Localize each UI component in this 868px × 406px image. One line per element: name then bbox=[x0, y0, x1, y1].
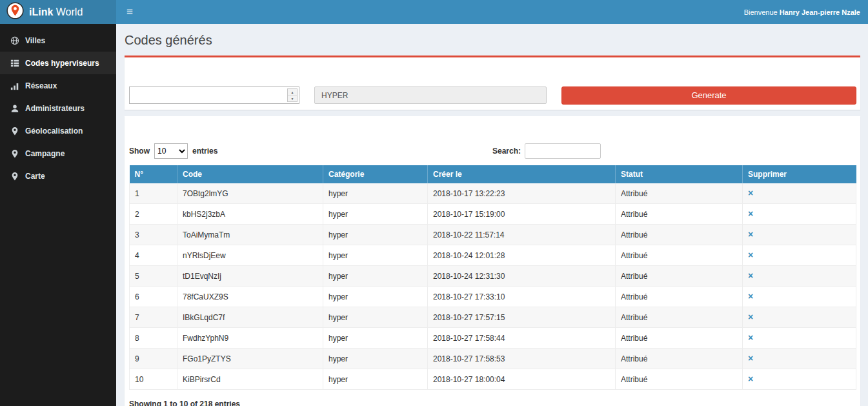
sidebar-item-geolocalisation[interactable]: Géolocalisation bbox=[0, 119, 116, 142]
cell-status: Attribué bbox=[616, 369, 743, 390]
user-icon bbox=[10, 103, 19, 113]
map-marker-icon bbox=[10, 126, 19, 136]
cell-num: 10 bbox=[130, 369, 177, 390]
cell-code: tD1EvqNzIj bbox=[177, 266, 323, 287]
sidebar-item-codes-hyperviseurs[interactable]: Codes hyperviseurs bbox=[0, 52, 116, 74]
spinner-up-button[interactable]: ▲ bbox=[288, 89, 297, 96]
table-row: 8 FwdhzYphN9 hyper 2018-10-27 17:58:44 A… bbox=[130, 328, 856, 349]
cell-category: hyper bbox=[323, 266, 428, 287]
table-row: 7 IBkGLqdC7f hyper 2018-10-27 17:57:15 A… bbox=[130, 307, 856, 328]
column-header-supprimer: Supprimer bbox=[743, 165, 856, 183]
app-window: iLink World ≡ BienvenueHanry Jean-pierre… bbox=[0, 0, 868, 406]
delete-icon[interactable]: × bbox=[748, 312, 753, 322]
cell-delete: × bbox=[743, 287, 856, 307]
cell-status: Attribué bbox=[616, 266, 743, 287]
map-marker-icon bbox=[10, 148, 19, 158]
cell-created: 2018-10-22 11:57:14 bbox=[428, 225, 616, 245]
delete-icon[interactable]: × bbox=[748, 332, 753, 343]
sidebar-item-campagne[interactable]: Campagne bbox=[0, 142, 116, 165]
column-header-statut: Statut bbox=[616, 165, 743, 183]
cell-created: 2018-10-24 12:31:30 bbox=[428, 266, 616, 287]
cell-num: 5 bbox=[130, 266, 177, 287]
cell-num: 1 bbox=[130, 183, 177, 204]
map-marker-icon bbox=[10, 171, 19, 181]
delete-icon[interactable]: × bbox=[748, 353, 753, 363]
cell-delete: × bbox=[743, 225, 856, 245]
cell-code: 7OBtg2lmYG bbox=[177, 183, 323, 204]
cell-code: kbHS2j3zbA bbox=[177, 204, 323, 225]
cell-delete: × bbox=[743, 307, 856, 328]
quantity-input[interactable] bbox=[130, 87, 299, 103]
page-title: Codes générés bbox=[125, 33, 212, 48]
cell-created: 2018-10-24 12:01:28 bbox=[428, 245, 616, 266]
sidebar-item-label: Réseaux bbox=[25, 81, 57, 90]
sidebar-item-administrateurs[interactable]: Administrateurs bbox=[0, 97, 116, 119]
delete-icon[interactable]: × bbox=[748, 208, 753, 219]
column-header-code: Code bbox=[177, 165, 323, 183]
generate-button[interactable]: Generate bbox=[561, 86, 856, 105]
cell-code: FwdhzYphN9 bbox=[177, 328, 323, 349]
delete-icon[interactable]: × bbox=[748, 374, 753, 384]
sidebar-item-label: Carte bbox=[25, 172, 45, 181]
codes-table-panel: Show 10 entries Search: bbox=[125, 116, 860, 406]
brand[interactable]: iLink World bbox=[0, 0, 116, 24]
quantity-input-wrap: ▲ ▼ bbox=[129, 86, 299, 104]
entries-label: entries bbox=[192, 147, 217, 156]
table-info-text: Showing 1 to 10 of 218 entries bbox=[129, 400, 856, 406]
cell-status: Attribué bbox=[616, 287, 743, 307]
cell-delete: × bbox=[743, 266, 856, 287]
cell-delete: × bbox=[743, 328, 856, 349]
cell-num: 8 bbox=[130, 328, 177, 349]
cell-delete: × bbox=[743, 204, 856, 225]
table-row: 3 ToAiMymaTm hyper 2018-10-22 11:57:14 A… bbox=[130, 225, 856, 245]
category-field bbox=[314, 86, 547, 104]
cell-category: hyper bbox=[323, 307, 428, 328]
cell-status: Attribué bbox=[616, 225, 743, 245]
cell-delete: × bbox=[743, 369, 856, 390]
sidebar-toggle-button[interactable]: ≡ bbox=[116, 0, 143, 24]
main-content: Codes générés ▲ ▼ Generate Show 10 bbox=[116, 24, 868, 406]
cell-code: KiBPirsrCd bbox=[177, 369, 323, 390]
top-navbar: iLink World ≡ BienvenueHanry Jean-pierre… bbox=[0, 0, 868, 24]
delete-icon[interactable]: × bbox=[748, 291, 753, 301]
cell-created: 2018-10-27 17:33:10 bbox=[428, 287, 616, 307]
cell-category: hyper bbox=[323, 183, 428, 204]
sidebar-item-villes[interactable]: Villes bbox=[0, 29, 116, 52]
list-icon bbox=[10, 58, 19, 68]
cell-num: 7 bbox=[130, 307, 177, 328]
cell-created: 2018-10-17 13:22:23 bbox=[428, 183, 616, 204]
delete-icon[interactable]: × bbox=[748, 270, 753, 281]
cell-status: Attribué bbox=[616, 349, 743, 369]
cell-delete: × bbox=[743, 245, 856, 266]
page-length-select[interactable]: 10 bbox=[154, 143, 188, 159]
sidebar: Villes Codes hyperviseurs Réseaux bbox=[0, 24, 116, 406]
delete-icon[interactable]: × bbox=[748, 188, 753, 198]
cell-num: 4 bbox=[130, 245, 177, 266]
table-row: 6 78fCaUXZ9S hyper 2018-10-27 17:33:10 A… bbox=[130, 287, 856, 307]
cell-code: nYRlsDjEew bbox=[177, 245, 323, 266]
column-header-num: N° bbox=[130, 165, 177, 183]
sidebar-item-carte[interactable]: Carte bbox=[0, 165, 116, 187]
datatable-controls: Show 10 entries Search: bbox=[129, 116, 856, 159]
table-row: 4 nYRlsDjEew hyper 2018-10-24 12:01:28 A… bbox=[130, 245, 856, 266]
sidebar-item-reseaux[interactable]: Réseaux bbox=[0, 74, 116, 97]
cell-status: Attribué bbox=[616, 204, 743, 225]
cell-created: 2018-10-27 17:58:44 bbox=[428, 328, 616, 349]
globe-icon bbox=[10, 36, 19, 45]
search-input[interactable] bbox=[525, 143, 601, 159]
cell-status: Attribué bbox=[616, 307, 743, 328]
cell-created: 2018-10-17 15:19:00 bbox=[428, 204, 616, 225]
sidebar-item-label: Campagne bbox=[25, 149, 65, 158]
cell-category: hyper bbox=[323, 204, 428, 225]
cell-num: 3 bbox=[130, 225, 177, 245]
delete-icon[interactable]: × bbox=[748, 250, 753, 260]
delete-icon[interactable]: × bbox=[748, 229, 753, 239]
codes-table: N° Code Catégorie Créer le Statut Suppri… bbox=[129, 165, 856, 390]
cell-created: 2018-10-27 17:57:15 bbox=[428, 307, 616, 328]
cell-delete: × bbox=[743, 349, 856, 369]
search-label: Search: bbox=[492, 147, 521, 156]
cell-status: Attribué bbox=[616, 183, 743, 204]
search-control: Search: bbox=[492, 143, 856, 159]
hamburger-icon: ≡ bbox=[126, 6, 133, 19]
spinner-down-button[interactable]: ▼ bbox=[288, 96, 297, 101]
